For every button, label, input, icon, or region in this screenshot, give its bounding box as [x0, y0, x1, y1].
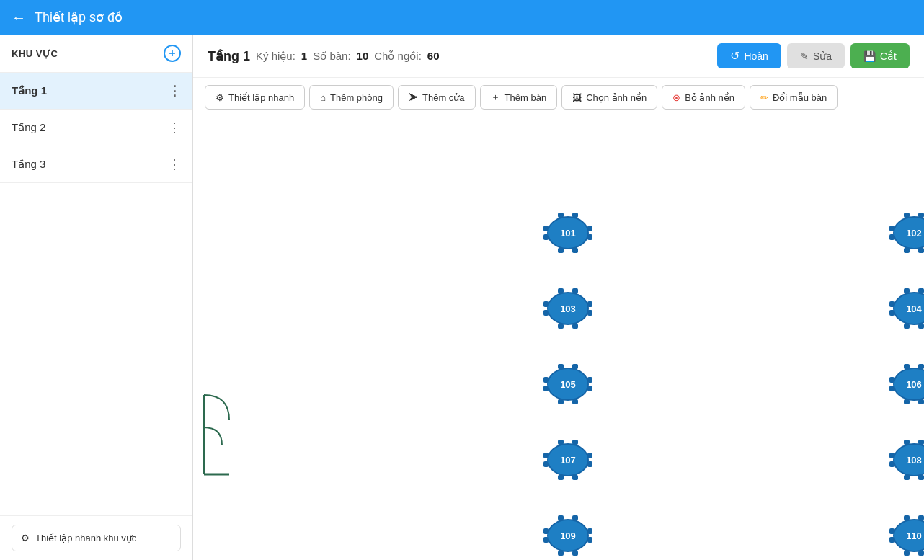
table-t109[interactable]: 109: [542, 514, 594, 557]
sidebar-item-tang1[interactable]: Tầng 1 ⋮: [0, 73, 192, 110]
cancel-circle-icon: ⊗: [672, 92, 680, 103]
floor-menu-tang3[interactable]: ⋮: [168, 156, 181, 172]
them-phong-button[interactable]: ⌂ Thêm phòng: [309, 85, 394, 110]
save-icon: 💾: [863, 50, 876, 62]
topbar-right: ↺ Hoàn ✎ Sửa 💾 Cắt: [717, 43, 910, 68]
bo-anh-nen-label: Bỏ ảnh nền: [685, 92, 734, 103]
topbar-left: Tầng 1 Ký hiệu: 1 Số bàn: 10 Chỗ ngồi: 6…: [208, 48, 439, 64]
them-phong-label: Thêm phòng: [330, 92, 383, 103]
table-t105[interactable]: 105: [542, 363, 594, 406]
them-cua-button[interactable]: ⮞ Thêm cửa: [398, 85, 476, 110]
sua-button[interactable]: ✎ Sửa: [787, 43, 845, 68]
ky-hieu-label: Ký hiệu:: [256, 50, 296, 63]
table-t106[interactable]: 106: [888, 363, 924, 406]
sidebar-item-tang2[interactable]: Tầng 2 ⋮: [0, 110, 192, 146]
hoan-button[interactable]: ↺ Hoàn: [717, 43, 781, 68]
content-area: Tầng 1 Ký hiệu: 1 Số bàn: 10 Chỗ ngồi: 6…: [193, 35, 924, 560]
svg-text:109: 109: [560, 530, 576, 541]
cho-ngoi-label: Chỗ ngồi:: [374, 50, 422, 63]
add-floor-button[interactable]: +: [164, 45, 181, 62]
door-element: [200, 391, 236, 481]
chon-anh-nen-label: Chọn ảnh nền: [586, 92, 647, 103]
current-floor-name: Tầng 1: [208, 48, 250, 64]
svg-text:101: 101: [560, 228, 576, 239]
plus-icon: ＋: [491, 91, 500, 104]
floor-label-tang3: Tầng 3: [12, 158, 45, 171]
sidebar-header: KHU VỰC +: [0, 35, 192, 73]
sidebar-footer: ⚙ Thiết lập nhanh khu vực: [0, 515, 192, 560]
main-layout: KHU VỰC + Tầng 1 ⋮ Tầng 2 ⋮ Tầng 3 ⋮ ⚙ T…: [0, 35, 924, 560]
table-t108[interactable]: 108: [888, 438, 924, 481]
floor-label-tang2: Tầng 2: [12, 121, 45, 134]
topbar: Tầng 1 Ký hiệu: 1 Số bàn: 10 Chỗ ngồi: 6…: [193, 35, 924, 78]
them-cua-label: Thêm cửa: [422, 92, 465, 103]
so-ban-val: 10: [357, 50, 369, 62]
floor-label-tang1: Tầng 1: [12, 84, 47, 97]
hoan-label: Hoàn: [744, 50, 768, 62]
cho-ngoi-val: 60: [427, 50, 440, 62]
table-t107[interactable]: 107: [542, 438, 594, 481]
them-ban-button[interactable]: ＋ Thêm bàn: [480, 85, 558, 110]
khu-vuc-label: KHU VỰC: [12, 48, 58, 59]
edit-icon: ✎: [800, 50, 809, 62]
sidebar: KHU VỰC + Tầng 1 ⋮ Tầng 2 ⋮ Tầng 3 ⋮ ⚙ T…: [0, 35, 193, 560]
back-button[interactable]: ←: [12, 9, 26, 26]
sua-label: Sửa: [813, 50, 832, 62]
paint-icon: ✏: [760, 92, 768, 103]
chon-anh-nen-button[interactable]: 🖼 Chọn ảnh nền: [561, 85, 657, 110]
table-t103[interactable]: 103: [542, 287, 594, 330]
floor-canvas[interactable]: 101 102: [193, 117, 924, 560]
svg-text:104: 104: [906, 303, 922, 314]
app-header: ← Thiết lập sơ đồ: [0, 0, 924, 35]
refresh-icon: ↺: [730, 49, 739, 63]
svg-text:107: 107: [560, 455, 576, 466]
floor-menu-tang2[interactable]: ⋮: [168, 120, 181, 135]
svg-text:110: 110: [906, 530, 922, 541]
quick-setup-label: Thiết lập nhanh khu vực: [35, 533, 136, 543]
svg-text:105: 105: [560, 379, 576, 390]
thiet-lap-nhanh-button[interactable]: ⚙ Thiết lập nhanh: [205, 85, 305, 110]
table-t101[interactable]: 101: [542, 211, 594, 254]
home-icon: ⌂: [320, 92, 326, 103]
sidebar-item-tang3[interactable]: Tầng 3 ⋮: [0, 146, 192, 183]
svg-text:103: 103: [560, 303, 576, 314]
page-title: Thiết lập sơ đồ: [35, 9, 123, 25]
svg-text:108: 108: [906, 455, 922, 466]
table-t104[interactable]: 104: [888, 287, 924, 330]
doi-mau-ban-label: Đổi mẫu bàn: [773, 92, 827, 103]
bo-anh-nen-button[interactable]: ⊗ Bỏ ảnh nền: [662, 85, 745, 110]
quick-setup-khu-vuc-button[interactable]: ⚙ Thiết lập nhanh khu vực: [12, 525, 181, 551]
gear-icon: ⚙: [216, 92, 224, 103]
floor-menu-tang1[interactable]: ⋮: [168, 83, 181, 99]
toolbar: ⚙ Thiết lập nhanh ⌂ Thêm phòng ⮞ Thêm cử…: [193, 78, 924, 117]
cat-button[interactable]: 💾 Cắt: [850, 43, 910, 68]
cat-label: Cắt: [880, 50, 897, 62]
table-t102[interactable]: 102: [888, 211, 924, 254]
them-ban-label: Thêm bàn: [505, 92, 547, 103]
doi-mau-ban-button[interactable]: ✏ Đổi mẫu bàn: [750, 85, 838, 110]
door-icon: ⮞: [409, 92, 418, 103]
so-ban-label: Số bàn:: [313, 50, 350, 63]
svg-text:102: 102: [906, 228, 922, 239]
thiet-lap-nhanh-label: Thiết lập nhanh: [228, 92, 294, 103]
svg-text:106: 106: [906, 379, 922, 390]
image-icon: 🖼: [572, 92, 582, 103]
table-t110[interactable]: 110: [888, 514, 924, 557]
gear-icon: ⚙: [21, 533, 30, 543]
ky-hieu-val: 1: [301, 50, 307, 62]
